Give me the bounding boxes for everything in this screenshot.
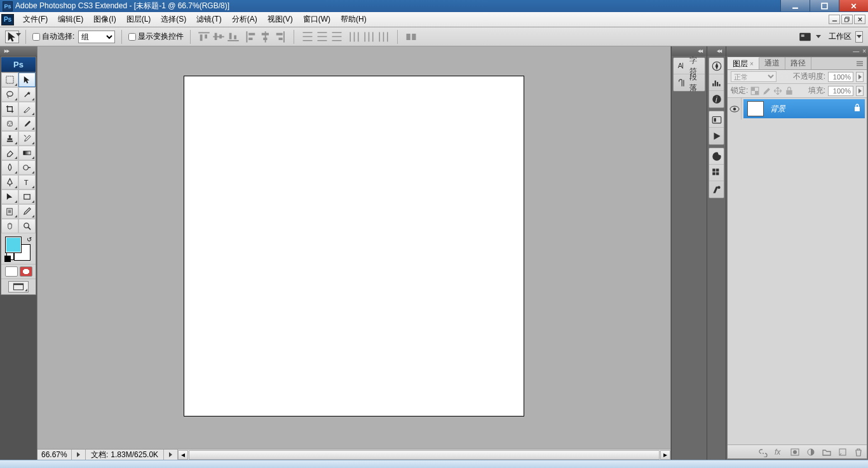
fill-arrow[interactable]	[856, 86, 864, 96]
layer-visibility-toggle[interactable]	[728, 98, 742, 120]
panel-collapse[interactable]: —×	[726, 46, 868, 56]
menu-window[interactable]: 窗口(W)	[298, 11, 336, 27]
quickmask-mode-button[interactable]	[20, 266, 32, 277]
layer-mask-icon[interactable]	[790, 447, 800, 457]
distribute-vcenter-icon[interactable]	[315, 31, 329, 43]
menu-help[interactable]: 帮助(H)	[336, 11, 372, 27]
close-button[interactable]	[839, 0, 868, 11]
distribute-left-icon[interactable]	[348, 31, 362, 43]
doc-size-status[interactable]: 文档:1.83M/625.0K	[86, 450, 164, 460]
distribute-hcenter-icon[interactable]	[362, 31, 376, 43]
menu-file[interactable]: 文件(F)	[18, 11, 53, 27]
layer-thumbnail[interactable]	[747, 101, 764, 116]
info-panel-button[interactable]: i	[709, 91, 724, 107]
bridge-dropdown-icon[interactable]	[816, 35, 821, 38]
hscroll-left[interactable]: ◂	[178, 450, 188, 460]
layer-style-icon[interactable]: fx	[774, 447, 784, 457]
doc-minimize-button[interactable]	[829, 15, 840, 24]
auto-select-target-select[interactable]: 组	[78, 31, 115, 43]
align-vcenter-icon[interactable]	[212, 31, 226, 43]
distribute-top-icon[interactable]	[301, 31, 315, 43]
align-right-icon[interactable]	[273, 31, 287, 43]
hand-tool[interactable]	[1, 219, 18, 233]
hscroll-thumb[interactable]	[189, 451, 659, 459]
distribute-bottom-icon[interactable]	[330, 31, 344, 43]
eyedropper-tool[interactable]	[18, 204, 36, 219]
bridge-icon[interactable]	[798, 31, 812, 43]
brush-tool[interactable]	[18, 116, 36, 131]
styles-panel-button[interactable]	[709, 181, 724, 198]
wand-tool[interactable]	[18, 87, 36, 102]
blur-tool[interactable]	[1, 160, 18, 175]
blend-mode-select[interactable]: 正常	[731, 71, 776, 82]
show-transform-checkbox[interactable]: 显示变换控件	[128, 31, 184, 42]
close-icon[interactable]: ×	[750, 60, 754, 67]
swap-colors-icon[interactable]: ↺	[27, 236, 32, 243]
tab-layers[interactable]: 图层×	[728, 57, 759, 69]
auto-align-icon[interactable]	[404, 31, 418, 43]
canvas-viewport[interactable]	[37, 46, 670, 449]
lock-all-icon[interactable]	[785, 86, 794, 95]
menu-edit[interactable]: 编辑(E)	[53, 11, 88, 27]
os-taskbar[interactable]	[0, 460, 868, 468]
link-layers-icon[interactable]	[758, 447, 768, 457]
distribute-right-icon[interactable]	[377, 31, 391, 43]
notes-tool[interactable]	[1, 204, 18, 219]
history-panel-button[interactable]	[709, 111, 724, 128]
minimize-button[interactable]	[780, 0, 810, 11]
panel-menu-button[interactable]	[853, 57, 867, 69]
marquee-tool[interactable]	[1, 72, 18, 87]
dodge-tool[interactable]	[18, 160, 36, 175]
slice-tool[interactable]	[18, 102, 36, 116]
shape-tool[interactable]	[18, 189, 36, 204]
crop-tool[interactable]	[1, 102, 18, 116]
align-bottom-icon[interactable]	[226, 31, 240, 43]
lock-paint-icon[interactable]	[762, 86, 771, 95]
doc-close-button[interactable]	[854, 15, 865, 24]
tools-collapse-handle[interactable]	[0, 46, 37, 56]
auto-select-checkbox[interactable]: 自动选择:	[32, 31, 74, 42]
adjustment-layer-icon[interactable]	[806, 447, 816, 457]
healing-tool[interactable]	[1, 116, 18, 131]
lock-pixels-icon[interactable]	[750, 86, 759, 95]
tab-paths[interactable]: 路径	[785, 57, 811, 69]
doc-restore-button[interactable]	[841, 15, 853, 24]
eraser-tool[interactable]	[1, 146, 18, 160]
swatches-panel-button[interactable]	[709, 165, 724, 181]
histogram-panel-button[interactable]	[709, 74, 724, 91]
gradient-tool[interactable]	[18, 146, 36, 160]
layer-row[interactable]: 背景	[728, 98, 867, 120]
workspace-dropdown[interactable]	[855, 31, 863, 43]
zoom-level[interactable]: 66.67%	[37, 450, 72, 460]
pen-tool[interactable]	[1, 175, 18, 189]
default-colors-icon[interactable]	[4, 256, 11, 262]
hscroll-right[interactable]: ▸	[660, 450, 670, 460]
navigator-panel-button[interactable]	[709, 58, 724, 74]
status-menu[interactable]	[164, 450, 178, 460]
move-tool[interactable]	[18, 72, 36, 87]
menu-image[interactable]: 图像(I)	[88, 11, 121, 27]
status-chevron[interactable]	[72, 450, 86, 460]
align-left-icon[interactable]	[244, 31, 258, 43]
menu-select[interactable]: 选择(S)	[156, 11, 191, 27]
ps-badge[interactable]: Ps	[1, 57, 36, 72]
dock-b-collapse[interactable]	[707, 46, 726, 56]
tab-channels[interactable]: 通道	[759, 57, 785, 69]
menu-view[interactable]: 视图(V)	[262, 11, 298, 27]
align-hcenter-icon[interactable]	[259, 31, 273, 43]
document-canvas[interactable]	[184, 76, 524, 416]
opacity-value[interactable]: 100%	[828, 72, 853, 82]
standard-mode-button[interactable]	[5, 266, 18, 277]
current-tool-indicator[interactable]	[5, 31, 19, 43]
foreground-color-swatch[interactable]	[5, 237, 22, 253]
opacity-arrow[interactable]	[856, 72, 864, 82]
ps-icon[interactable]: Ps	[1, 14, 14, 25]
new-layer-icon[interactable]	[837, 447, 848, 457]
menu-layer[interactable]: 图层(L)	[121, 11, 156, 27]
color-panel-button[interactable]	[709, 148, 724, 165]
menu-filter[interactable]: 滤镜(T)	[191, 11, 226, 27]
delete-layer-icon[interactable]	[853, 447, 864, 457]
layer-item[interactable]: 背景	[743, 99, 865, 118]
align-top-icon[interactable]	[197, 31, 211, 43]
paragraph-panel-button[interactable]: 段落	[674, 74, 705, 91]
